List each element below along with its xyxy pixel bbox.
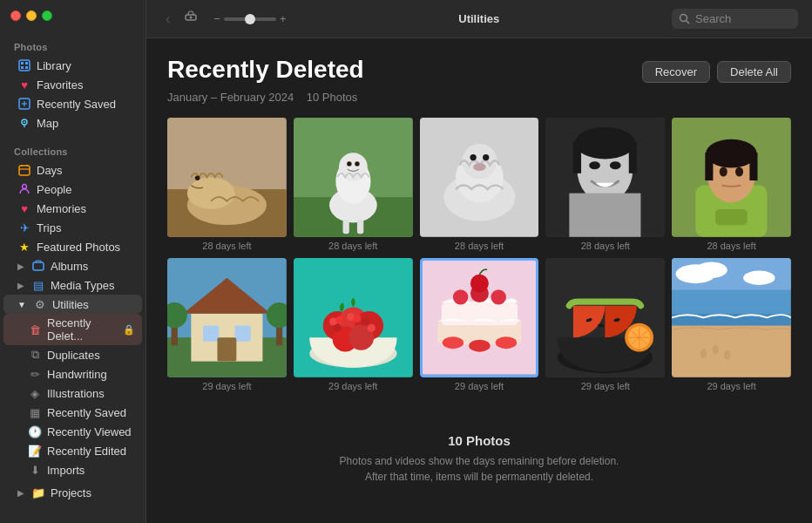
sidebar-item-people[interactable]: People: [3, 180, 142, 199]
sidebar-item-albums[interactable]: ▶ Albums: [3, 256, 142, 275]
duplicates-icon: ⧉: [28, 348, 42, 362]
photo-label-1: 28 days left: [167, 241, 287, 251]
photo-thumb-1[interactable]: [167, 118, 287, 237]
svg-rect-55: [750, 153, 758, 180]
photo-cell-9[interactable]: 29 days left: [545, 258, 665, 391]
illustrations-icon: ◈: [28, 386, 42, 400]
sidebar-item-media-types[interactable]: ▶ ▤ Media Types: [3, 275, 142, 295]
sidebar-item-days[interactable]: Days: [3, 160, 142, 180]
forward-button[interactable]: [179, 7, 203, 31]
delete-all-button[interactable]: Delete All: [717, 61, 791, 83]
svg-rect-2: [25, 62, 28, 65]
svg-point-110: [724, 350, 730, 360]
photo-cell-4[interactable]: 28 days left: [545, 118, 665, 251]
svg-point-40: [483, 154, 489, 160]
albums-chevron: ▶: [17, 262, 24, 271]
photo-thumb-7[interactable]: [294, 258, 413, 377]
photo-cell-10[interactable]: 29 days left: [672, 258, 791, 391]
zoom-slider[interactable]: [224, 17, 276, 21]
imports-icon: ⬇: [28, 463, 42, 477]
sidebar-label-albums: Albums: [51, 260, 88, 273]
utilities-icon: ⚙: [33, 297, 47, 311]
search-icon: [679, 13, 690, 24]
sidebar-item-memories[interactable]: ♥ Memories: [3, 199, 142, 218]
photo-cell-2[interactable]: 28 days left: [294, 118, 413, 251]
photo-label-6: 29 days left: [167, 381, 287, 391]
sidebar-label-projects: Projects: [51, 486, 91, 499]
sidebar-item-duplicates[interactable]: ⧉ Duplicates: [3, 345, 142, 364]
sidebar-label-favorites: Favorites: [37, 78, 83, 92]
svg-rect-63: [203, 325, 219, 341]
photo-cell-3[interactable]: 28 days left: [420, 118, 539, 251]
sidebar-item-map[interactable]: Map: [3, 113, 142, 132]
sidebar-item-recently-saved[interactable]: Recently Saved: [3, 94, 142, 113]
photo-cell-6[interactable]: 29 days left: [167, 258, 287, 391]
svg-point-17: [190, 16, 193, 18]
svg-rect-47: [629, 141, 637, 173]
maximize-button[interactable]: [42, 10, 52, 21]
search-input[interactable]: [695, 12, 791, 25]
svg-rect-86: [441, 302, 517, 325]
action-buttons: Recover Delete All: [642, 61, 791, 83]
close-button[interactable]: [10, 10, 21, 21]
map-icon: [17, 116, 31, 130]
svg-rect-4: [25, 66, 28, 69]
photo-thumb-9[interactable]: [545, 258, 665, 377]
sidebar-item-recently-deleted[interactable]: 🗑 Recently Delet... 🔒: [3, 314, 142, 345]
sidebar-item-featured-photos[interactable]: ★ Featured Photos: [3, 237, 142, 256]
sidebar-label-memories: Memories: [37, 202, 86, 215]
sidebar-label-utilities: Utilities: [52, 298, 89, 311]
featured-icon: ★: [17, 240, 31, 254]
photo-label-3: 28 days left: [420, 241, 539, 251]
main-area: ‹ − + Utilities Recently Deleted Reco: [146, 0, 812, 523]
photo-thumb-5[interactable]: [672, 118, 791, 237]
sidebar-item-handwriting[interactable]: ✏ Handwriting: [3, 364, 142, 384]
sidebar-item-utilities[interactable]: ▼ ⚙ Utilities: [3, 295, 142, 314]
sidebar-item-recently-saved-sub[interactable]: ▦ Recently Saved: [3, 403, 142, 422]
projects-chevron: ▶: [17, 488, 24, 498]
photo-label-9: 29 days left: [545, 381, 665, 391]
photo-cell-7[interactable]: 29 days left: [294, 258, 413, 391]
svg-rect-34: [357, 220, 363, 234]
photo-cell-5[interactable]: 28 days left: [672, 118, 791, 251]
sidebar-item-recently-edited[interactable]: 📝 Recently Edited: [3, 441, 142, 460]
svg-point-83: [368, 324, 376, 332]
library-icon: [17, 58, 31, 72]
photo-thumb-6[interactable]: [167, 258, 287, 377]
svg-rect-46: [573, 141, 581, 173]
photo-thumb-2[interactable]: [294, 118, 413, 237]
recover-button[interactable]: Recover: [642, 61, 710, 83]
people-icon: [17, 182, 31, 196]
sidebar-label-trips: Trips: [37, 221, 61, 234]
zoom-plus-label: +: [280, 12, 287, 25]
back-button[interactable]: ‹: [160, 8, 175, 31]
sidebar-item-recently-viewed[interactable]: 🕐 Recently Viewed: [3, 422, 142, 441]
photo-cell-8[interactable]: 29 days left: [420, 258, 539, 391]
sidebar-item-imports[interactable]: ⬇ Imports: [3, 460, 142, 479]
svg-point-81: [353, 315, 361, 323]
photo-thumb-4[interactable]: [545, 118, 665, 237]
photo-label-5: 28 days left: [672, 241, 791, 251]
albums-icon: [31, 259, 45, 273]
photo-thumb-10[interactable]: [672, 258, 791, 377]
photo-thumb-3[interactable]: [420, 118, 539, 237]
svg-point-23: [187, 177, 235, 208]
sidebar-item-projects[interactable]: ▶ 📁 Projects: [3, 483, 142, 502]
photo-label-8: 29 days left: [420, 381, 539, 391]
svg-rect-33: [342, 220, 348, 234]
media-types-chevron: ▶: [17, 281, 24, 290]
photo-cell-1[interactable]: 28 days left: [167, 118, 287, 251]
sidebar: Photos Library ♥ Favorites Recently Save…: [0, 0, 146, 523]
sidebar-label-illustrations: Illustrations: [47, 387, 105, 400]
traffic-lights: [10, 10, 52, 21]
sidebar-item-illustrations[interactable]: ◈ Illustrations: [3, 384, 142, 403]
sidebar-item-favorites[interactable]: ♥ Favorites: [3, 75, 142, 94]
sidebar-item-trips[interactable]: ✈ Trips: [3, 218, 142, 237]
svg-point-82: [361, 317, 369, 325]
photo-thumb-8[interactable]: [420, 258, 539, 377]
minimize-button[interactable]: [26, 10, 37, 21]
content-area: Recently Deleted Recover Delete All Janu…: [146, 38, 812, 523]
svg-point-18: [680, 15, 687, 22]
svg-rect-54: [705, 153, 713, 180]
sidebar-item-library[interactable]: Library: [3, 56, 142, 75]
